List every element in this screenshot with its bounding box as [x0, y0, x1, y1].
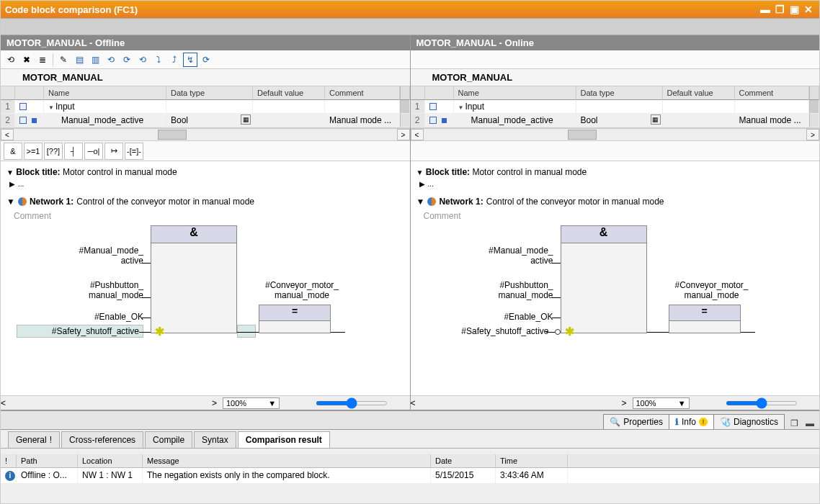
expand-dots[interactable]: ▶... [416, 179, 814, 189]
io-group-icon [19, 103, 27, 110]
tb-btn-2[interactable]: ✖ [19, 53, 34, 67]
tab-info[interactable]: ℹInfo! [669, 414, 714, 429]
close-button[interactable]: ✕ [802, 4, 815, 15]
right-pane-title: MOTOR_MANUAL - Online [411, 35, 820, 50]
lt-neg[interactable]: ─o| [84, 143, 103, 160]
restore-button[interactable]: ❐ [773, 4, 786, 15]
left-toolbar: ⟲ ✖ ≣ ✎ ▤ ▥ ⟲ ⟳ ⟲ ⤵ ⤴ ↯ ⟳ [1, 50, 410, 69]
left-canvas-hscroll[interactable]: <> [1, 398, 217, 408]
inspector-tabs: 🔍Properties ℹInfo! 🩺Diagnostics ❐ ▬ [1, 411, 819, 430]
lt-assign[interactable]: -[=]- [125, 143, 143, 160]
col-icon[interactable]: ! [1, 454, 17, 467]
type-picker-button[interactable]: ▦ [651, 114, 661, 125]
tb-btn-1[interactable]: ⟲ [4, 53, 18, 67]
col-comment[interactable]: Comment [325, 86, 400, 100]
left-table-hscroll[interactable]: <> [1, 128, 410, 141]
window-title: Code block comparison (FC1) [5, 4, 138, 15]
col-default[interactable]: Default value [253, 86, 325, 100]
io-icon [19, 117, 27, 124]
subtab-result[interactable]: Comparison result [238, 431, 330, 448]
comment-field[interactable]: Comment [416, 210, 814, 222]
col-location[interactable]: Location [78, 454, 143, 467]
right-block-name: MOTOR_MANUAL [411, 69, 820, 86]
left-block-name: MOTOR_MANUAL [1, 69, 410, 86]
tb-btn-5[interactable]: ▤ [72, 53, 86, 67]
left-pane: MOTOR_MANUAL - Offline ⟲ ✖ ≣ ✎ ▤ ▥ ⟲ ⟳ ⟲… [1, 35, 411, 410]
tb-btn-9[interactable]: ⟲ [135, 53, 150, 67]
zoom-select[interactable]: 100%▼ [633, 397, 690, 409]
io-sub-icon [442, 118, 447, 123]
result-row[interactable]: i Offline : O... NW 1 : NW 1 The negatio… [1, 468, 819, 483]
tb-btn-13[interactable]: ⟳ [199, 53, 213, 67]
tb-btn-10[interactable]: ⤵ [151, 53, 166, 67]
panel-collapse-button[interactable]: ▬ [803, 418, 816, 429]
tb-btn-3[interactable]: ≣ [35, 53, 50, 67]
col-date[interactable]: Date [431, 454, 496, 467]
lt-open[interactable]: ┤ [64, 143, 83, 160]
panel-restore-button[interactable]: ❐ [788, 418, 801, 429]
tb-btn-11[interactable]: ⤴ [167, 53, 182, 67]
warn-badge-icon: ! [699, 418, 708, 426]
inspector-panel: 🔍Properties ℹInfo! 🩺Diagnostics ❐ ▬ Gene… [1, 410, 819, 503]
diff-indicator-icon [427, 197, 436, 206]
diff-star-icon: ✱ [155, 325, 164, 338]
right-canvas[interactable]: ▼ Block title: Motor control in manual m… [411, 161, 820, 395]
and-gate[interactable]: & [561, 225, 647, 333]
diff-indicator-icon [18, 197, 27, 206]
tab-properties[interactable]: 🔍Properties [603, 414, 669, 429]
subtab-general[interactable]: General! [8, 431, 60, 448]
param-row-input[interactable]: 1 Input [1, 100, 410, 114]
zoom-slider[interactable] [726, 401, 798, 405]
col-path[interactable]: Path [17, 454, 78, 467]
comment-field[interactable]: Comment [6, 210, 404, 222]
left-canvas[interactable]: ▼ Block title: Motor control in manual m… [1, 161, 410, 395]
lt-or[interactable]: >=1 [24, 143, 43, 160]
lt-and[interactable]: & [4, 143, 22, 160]
assign-block[interactable]: = [259, 305, 331, 333]
zoom-slider[interactable] [316, 401, 388, 405]
tb-btn-12[interactable]: ↯ [183, 53, 197, 67]
left-diagram: & = #Manual_mode_ active #Pushbutton_ ma… [6, 225, 404, 355]
maximize-button[interactable]: ▣ [788, 4, 801, 15]
result-header: ! Path Location Message Date Time [1, 454, 819, 468]
param-row-manual[interactable]: 2 Manual_mode_active Bool▦ Manual mode .… [1, 114, 410, 127]
sub-tabs: General! Cross-references Compile Syntax… [1, 430, 819, 449]
io-group-icon [429, 103, 437, 110]
negation-icon [555, 329, 561, 335]
col-time[interactable]: Time [496, 454, 568, 467]
lt-branch[interactable]: ↦ [104, 143, 123, 160]
tb-btn-8[interactable]: ⟳ [120, 53, 134, 67]
col-type[interactable]: Data type [166, 86, 253, 100]
type-picker-button[interactable]: ▦ [241, 114, 251, 125]
io-sub-icon [32, 118, 37, 123]
tb-btn-7[interactable]: ⟲ [104, 53, 118, 67]
zoom-select[interactable]: 100%▼ [223, 397, 280, 409]
tab-diagnostics[interactable]: 🩺Diagnostics [713, 414, 785, 429]
subtab-syntax[interactable]: Syntax [194, 431, 236, 448]
subtab-xref[interactable]: Cross-references [61, 431, 143, 448]
left-logic-toolbar: & >=1 [??] ┤ ─o| ↦ -[=]- [1, 141, 410, 161]
subtab-compile[interactable]: Compile [145, 431, 192, 448]
warn-badge-icon: ! [50, 435, 52, 445]
col-name[interactable]: Name [44, 86, 166, 100]
right-canvas-hscroll[interactable]: <> [411, 398, 627, 408]
col-message[interactable]: Message [143, 454, 431, 467]
left-pane-title: MOTOR_MANUAL - Offline [1, 35, 410, 50]
left-param-table: Name Data type Default value Comment 1 I… [1, 86, 410, 128]
tb-btn-4[interactable]: ✎ [56, 53, 71, 67]
assign-block[interactable]: = [669, 305, 741, 333]
expand-dots[interactable]: ▶... [6, 179, 404, 189]
right-pane: MOTOR_MANUAL - Online MOTOR_MANUAL Name … [411, 35, 820, 410]
titlebar: Code block comparison (FC1) ▬ ❐ ▣ ✕ [1, 1, 819, 18]
lt-empty[interactable]: [??] [44, 143, 63, 160]
right-table-hscroll[interactable]: <> [411, 128, 820, 141]
diff-star-icon: ✱ [565, 325, 574, 338]
param-row-input-r[interactable]: 1 Input [411, 100, 820, 114]
right-param-table: Name Data type Default value Comment 1 I… [411, 86, 820, 128]
minimize-button[interactable]: ▬ [759, 4, 772, 15]
right-diagram: & = #Manual_mode_ active #Pushbutton_ ma… [416, 225, 814, 355]
and-gate[interactable]: & [151, 225, 237, 333]
tb-btn-6[interactable]: ▥ [88, 53, 102, 67]
right-toolbar [411, 50, 820, 69]
param-row-manual-r[interactable]: 2 Manual_mode_active Bool▦ Manual mode .… [411, 114, 820, 127]
